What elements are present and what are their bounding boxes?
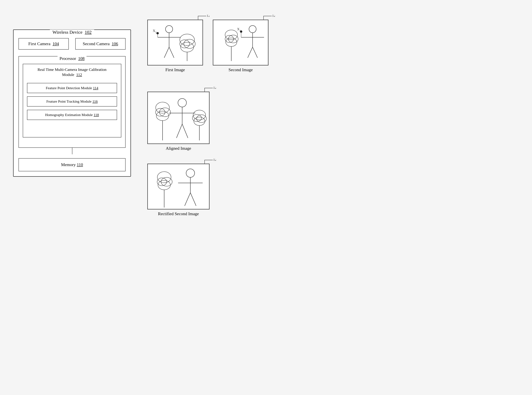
second-camera-ref: 106 bbox=[112, 41, 118, 46]
camera-row: First Camera 104 Second Camera 106 bbox=[18, 38, 126, 49]
svg-point-34 bbox=[178, 99, 186, 107]
aligned-image-svg bbox=[148, 92, 210, 144]
module-label-1: Feature Point Tracking Module bbox=[46, 99, 92, 104]
rectified-image-wrap: 126 Rectified Second Image bbox=[147, 164, 210, 216]
memory-label: Memory bbox=[61, 162, 76, 167]
first-image-svg: X1 bbox=[148, 20, 203, 66]
rectified-image-svg bbox=[148, 164, 210, 209]
diagram-container: Wireless Device 102 First Camera 104 Sec… bbox=[13, 20, 517, 380]
svg-text:X1: X1 bbox=[153, 29, 157, 34]
wireless-device-box: Wireless Device 102 First Camera 104 Sec… bbox=[13, 29, 131, 177]
processor-ref: 108 bbox=[78, 56, 85, 61]
processor-title: Processor 108 bbox=[57, 56, 86, 61]
processor-box: Processor 108 Real Time Multi-Camera Ima… bbox=[18, 56, 126, 148]
wireless-device-title: Wireless Device 102 bbox=[50, 30, 94, 35]
second-image-label: Second Image bbox=[213, 67, 268, 72]
modules-list: Feature Point Detection Module 114 Featu… bbox=[23, 83, 121, 123]
svg-line-26 bbox=[253, 47, 257, 58]
calibration-module-title: Real Time Multi-Camera Image Calibration… bbox=[23, 67, 121, 77]
processor-label: Processor bbox=[59, 56, 76, 61]
calibration-module-ref: 112 bbox=[76, 72, 82, 77]
aligned-image-wrap: 124 bbox=[147, 92, 210, 151]
memory-box: Memory 110 bbox=[18, 158, 126, 171]
rectified-image-label: Rectified Second Image bbox=[147, 211, 210, 216]
second-camera-label: Second Camera bbox=[83, 41, 110, 46]
svg-point-29 bbox=[156, 102, 169, 113]
aligned-image-label: Aligned Image bbox=[147, 146, 210, 151]
first-camera-box: First Camera 104 bbox=[18, 38, 69, 49]
calibration-module-box: Real Time Multi-Camera Image Calibration… bbox=[23, 64, 121, 137]
first-image-box: X1 bbox=[147, 20, 203, 66]
second-camera-box: Second Camera 106 bbox=[75, 38, 126, 49]
svg-line-6 bbox=[164, 47, 169, 58]
calibration-module-label: Real Time Multi-Camera Image Calibration bbox=[38, 67, 106, 72]
homography-estimation-box: Homography Estimation Module 118 bbox=[27, 110, 117, 120]
second-image-panel: 122 X2 bbox=[213, 20, 268, 72]
rectified-image-box bbox=[147, 164, 210, 209]
svg-line-25 bbox=[248, 47, 253, 58]
svg-point-3 bbox=[166, 26, 173, 33]
second-image-box: X2 bbox=[213, 20, 268, 66]
svg-point-22 bbox=[249, 26, 256, 33]
svg-text:122: 122 bbox=[272, 15, 275, 17]
feature-point-tracking-box: Feature Point Tracking Module 116 bbox=[27, 96, 117, 107]
svg-line-53 bbox=[185, 193, 190, 206]
svg-line-38 bbox=[182, 124, 188, 138]
module-label-2: Homography Estimation Module bbox=[45, 113, 94, 117]
aligned-image-box bbox=[147, 92, 210, 144]
svg-line-7 bbox=[169, 47, 174, 58]
module-ref-1: 116 bbox=[92, 99, 98, 104]
svg-point-41 bbox=[192, 114, 201, 121]
svg-line-54 bbox=[190, 193, 196, 206]
module-ref-0: 114 bbox=[93, 86, 98, 90]
svg-point-45 bbox=[157, 172, 171, 183]
svg-point-50 bbox=[186, 169, 195, 177]
first-image-panel: 120 X1 bbox=[147, 20, 203, 72]
first-camera-ref: 104 bbox=[53, 41, 59, 46]
module-label-0: Feature Point Detection Module bbox=[46, 86, 93, 90]
first-image-label: First Image bbox=[147, 67, 203, 72]
svg-text:126: 126 bbox=[213, 159, 216, 161]
first-camera-label: First Camera bbox=[28, 41, 50, 46]
connector-line bbox=[72, 148, 72, 154]
svg-point-11 bbox=[180, 40, 189, 48]
svg-line-37 bbox=[177, 124, 182, 138]
svg-text:124: 124 bbox=[213, 87, 216, 89]
feature-point-detection-box: Feature Point Detection Module 114 bbox=[27, 83, 117, 93]
svg-point-12 bbox=[181, 42, 194, 52]
svg-text:X2: X2 bbox=[237, 27, 241, 32]
svg-text:120: 120 bbox=[207, 15, 210, 17]
svg-point-31 bbox=[155, 108, 165, 116]
second-image-svg: X2 bbox=[213, 20, 268, 66]
top-images-row: 120 X1 bbox=[147, 20, 268, 72]
module-ref-2: 118 bbox=[94, 113, 99, 117]
wireless-device-label: Wireless Device bbox=[52, 30, 82, 35]
wireless-device-ref: 102 bbox=[85, 30, 92, 35]
svg-point-47 bbox=[157, 178, 167, 186]
memory-ref: 110 bbox=[77, 162, 83, 167]
svg-point-17 bbox=[225, 30, 238, 40]
